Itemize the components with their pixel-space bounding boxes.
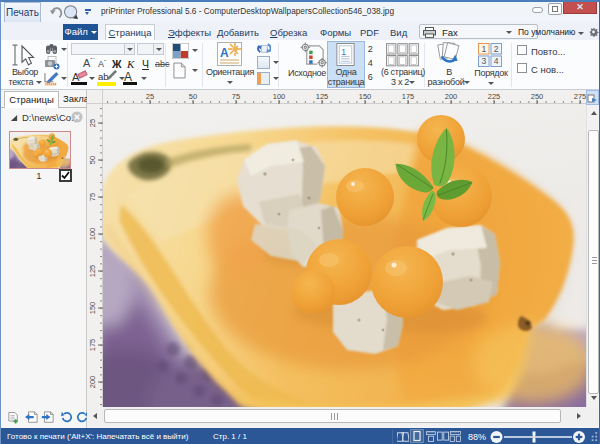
svg-text:75: 75 xyxy=(232,92,240,101)
svg-text:25: 25 xyxy=(88,119,97,127)
svg-text:1: 1 xyxy=(341,47,346,57)
svg-text:150: 150 xyxy=(88,302,97,315)
svg-text:A: A xyxy=(220,46,229,60)
svg-text:1: 1 xyxy=(481,44,486,54)
svg-text:200: 200 xyxy=(445,92,458,101)
svg-text:3: 3 xyxy=(481,56,486,66)
svg-text:150: 150 xyxy=(359,92,372,101)
svg-text:225: 225 xyxy=(488,92,501,101)
svg-text:4: 4 xyxy=(494,56,499,66)
svg-text:275: 275 xyxy=(574,92,586,101)
svg-text:100: 100 xyxy=(273,92,286,101)
svg-text:175: 175 xyxy=(88,339,97,352)
svg-text:50: 50 xyxy=(88,156,97,164)
svg-text:250: 250 xyxy=(531,92,544,101)
svg-text:100: 100 xyxy=(88,228,97,241)
svg-text:200: 200 xyxy=(88,376,97,389)
svg-text:125: 125 xyxy=(316,92,329,101)
svg-text:125: 125 xyxy=(88,265,97,278)
svg-text:175: 175 xyxy=(402,92,415,101)
svg-text:50: 50 xyxy=(189,92,197,101)
svg-text:25: 25 xyxy=(146,92,154,101)
svg-text:2: 2 xyxy=(494,44,499,54)
svg-text:75: 75 xyxy=(88,193,97,201)
